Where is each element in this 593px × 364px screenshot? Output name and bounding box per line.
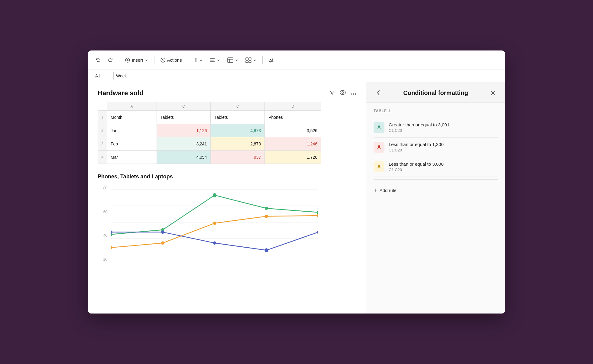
rule-name-3: Less than or equal to 3,000 bbox=[389, 161, 498, 167]
insert-label: Insert bbox=[132, 57, 143, 63]
cell-value: Week bbox=[116, 73, 127, 78]
svg-point-29 bbox=[213, 241, 216, 245]
align-button[interactable] bbox=[207, 56, 223, 64]
chart-svg bbox=[111, 186, 318, 258]
col-header-d: D bbox=[265, 102, 321, 111]
chart-title: Phones, Tablets and Laptops bbox=[98, 174, 356, 180]
rule-range-1: C1:C20 bbox=[389, 128, 498, 133]
cell-feb[interactable]: Feb bbox=[107, 137, 157, 151]
divider-3 bbox=[188, 56, 188, 64]
cell-feb-tablets-2[interactable]: 2,873 bbox=[211, 137, 265, 151]
cell-feb-tablets-1[interactable]: 3,241 bbox=[157, 137, 211, 151]
svg-point-19 bbox=[213, 193, 216, 197]
cell-jan-tablets-2[interactable]: 4,673 bbox=[211, 124, 265, 137]
svg-point-8 bbox=[340, 90, 345, 95]
rule-name-2: Less than or equal to 1,300 bbox=[389, 142, 498, 147]
font-button[interactable]: T bbox=[191, 55, 206, 65]
rule-badge-3: A bbox=[374, 161, 384, 172]
actions-button[interactable]: Actions bbox=[157, 56, 185, 64]
table-row: 2 Jan 1,126 4,673 3,526 bbox=[98, 124, 321, 137]
svg-rect-3 bbox=[246, 58, 248, 60]
table-title: Hardware sold bbox=[98, 89, 144, 97]
rule-info-1: Greater than or equal to 3,001 C1:C20 bbox=[389, 122, 498, 133]
cell-tablets-header-2[interactable]: Tablets bbox=[211, 111, 265, 124]
insert-button[interactable]: Insert bbox=[122, 56, 151, 64]
panel-body: TABLE 1 A Greater than or equal to 3,001… bbox=[366, 103, 505, 314]
cell-mar-tablets-1[interactable]: 4,054 bbox=[157, 151, 211, 164]
add-rule-label: Add rule bbox=[380, 188, 397, 193]
svg-point-22 bbox=[111, 246, 112, 249]
sheet-area: Hardware sold bbox=[88, 82, 366, 314]
rule-item-1[interactable]: A Greater than or equal to 3,001 C1:C20 bbox=[374, 118, 498, 138]
rule-item-3[interactable]: A Less than or equal to 3,000 C1:C20 bbox=[374, 157, 498, 177]
panel-close-button[interactable] bbox=[488, 88, 498, 98]
table-row: 4 Mar 4,054 937 1,726 bbox=[98, 151, 321, 164]
spreadsheet-table: A C C D 1 Month Tablets Tablets bbox=[98, 102, 321, 164]
svg-point-23 bbox=[161, 241, 164, 245]
rule-range-3: C1:C20 bbox=[389, 167, 498, 172]
chart-section: Phones, Tablets and Laptops 80 60 40 20 bbox=[98, 174, 356, 265]
svg-point-12 bbox=[355, 93, 356, 95]
panel-header: Conditional formatting bbox=[366, 82, 505, 103]
svg-point-28 bbox=[161, 230, 164, 234]
panel-back-button[interactable] bbox=[374, 88, 383, 98]
chart-container: 80 60 40 20 bbox=[98, 186, 321, 265]
svg-point-24 bbox=[213, 222, 216, 225]
svg-rect-6 bbox=[249, 61, 251, 63]
divider-2 bbox=[154, 56, 154, 64]
cell-phones-header[interactable]: Phones bbox=[265, 111, 321, 124]
cell-month-header[interactable]: Month bbox=[107, 111, 157, 124]
svg-point-11 bbox=[353, 93, 354, 95]
cell-jan-phones[interactable]: 3,526 bbox=[265, 124, 321, 137]
cell-tablets-header-1[interactable]: Tablets bbox=[157, 111, 211, 124]
row-num-1: 1 bbox=[98, 111, 107, 124]
undo-button[interactable] bbox=[93, 55, 104, 66]
add-rule-button[interactable]: + Add rule bbox=[374, 184, 397, 196]
cell-jan[interactable]: Jan bbox=[107, 124, 157, 137]
svg-point-30 bbox=[264, 248, 268, 252]
cell-feb-phones[interactable]: 1,246 bbox=[265, 137, 321, 151]
svg-point-26 bbox=[317, 214, 318, 217]
toolbar: Insert Actions T bbox=[88, 50, 505, 70]
section-label: TABLE 1 bbox=[374, 109, 498, 113]
panel-title: Conditional formatting bbox=[403, 89, 468, 96]
filter-icon[interactable] bbox=[329, 89, 335, 97]
cell-jan-tablets-1[interactable]: 1,126 bbox=[157, 124, 211, 137]
svg-point-10 bbox=[351, 93, 352, 95]
row-num-3: 3 bbox=[98, 137, 107, 151]
cell-mar-tablets-2[interactable]: 937 bbox=[211, 151, 265, 164]
more-options-icon[interactable] bbox=[350, 90, 356, 96]
rules-divider bbox=[374, 179, 498, 180]
rule-info-3: Less than or equal to 3,000 C1:C20 bbox=[389, 161, 498, 172]
svg-point-25 bbox=[265, 215, 268, 218]
rule-range-2: C1:C20 bbox=[389, 148, 498, 152]
eye-icon[interactable] bbox=[339, 90, 346, 96]
table-format-button[interactable] bbox=[224, 56, 241, 65]
rule-badge-2: A bbox=[374, 142, 384, 153]
col-header-c2: C bbox=[211, 102, 265, 111]
cell-mar[interactable]: Mar bbox=[107, 151, 157, 164]
cell-mar-phones[interactable]: 1,726 bbox=[265, 151, 321, 164]
right-panel: Conditional formatting TABLE 1 A Greater… bbox=[366, 82, 505, 314]
erase-button[interactable] bbox=[266, 55, 277, 66]
table-row: 3 Feb 3,241 2,873 1,246 bbox=[98, 137, 321, 151]
app-window: Insert Actions T A1 bbox=[88, 50, 505, 314]
svg-point-31 bbox=[317, 230, 318, 234]
cell-bar-divider bbox=[113, 72, 114, 80]
rule-badge-1: A bbox=[374, 122, 384, 133]
font-icon: T bbox=[194, 57, 198, 63]
cell-bar: A1 Week bbox=[88, 70, 505, 82]
svg-point-1 bbox=[161, 58, 165, 62]
redo-button[interactable] bbox=[105, 55, 116, 66]
y-label-60: 60 bbox=[98, 210, 110, 214]
chart-format-button[interactable] bbox=[242, 56, 259, 65]
cell-reference: A1 bbox=[93, 73, 111, 78]
col-header-a: A bbox=[107, 102, 157, 111]
chart-y-labels: 80 60 40 20 bbox=[98, 186, 110, 265]
rule-item-2[interactable]: A Less than or equal to 1,300 C1:C20 bbox=[374, 138, 498, 157]
add-rule-icon: + bbox=[374, 187, 377, 194]
actions-label: Actions bbox=[167, 57, 182, 63]
main-layout: Hardware sold bbox=[88, 82, 505, 314]
table-row: 1 Month Tablets Tablets Phones bbox=[98, 111, 321, 124]
col-header-rownum bbox=[98, 102, 107, 111]
